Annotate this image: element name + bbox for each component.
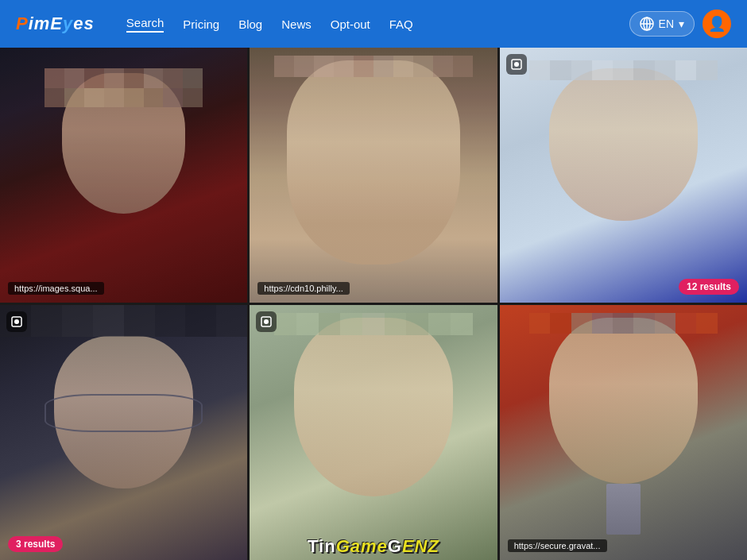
- result-item-6[interactable]: https://secure.gravat...: [500, 305, 747, 560]
- results-badge-4: 3 results: [8, 536, 63, 552]
- nav-optout[interactable]: Opt-out: [331, 17, 370, 31]
- nav-blog[interactable]: Blog: [238, 17, 262, 31]
- result-image-2: [250, 48, 497, 303]
- search-results-grid: https://images.squa... https://cdn10.phi…: [0, 48, 747, 560]
- result-item-5[interactable]: TinGameGENZ: [250, 305, 497, 560]
- result-url-6: https://secure.gravat...: [508, 539, 607, 552]
- language-button[interactable]: EN ▾: [629, 11, 695, 37]
- lang-label: EN: [659, 17, 674, 30]
- watermark-text: TinGameGENZ: [308, 536, 439, 557]
- svg-point-5: [514, 62, 519, 67]
- corner-icon-5: [256, 311, 277, 332]
- site-header: PimEyes Search Pricing Blog News Opt-out…: [0, 0, 747, 48]
- result-item-2[interactable]: https://cdn10.philly...: [250, 48, 497, 303]
- svg-point-9: [264, 319, 269, 324]
- nav-search[interactable]: Search: [126, 16, 164, 33]
- result-image-1: [0, 48, 247, 303]
- result-item-4[interactable]: 3 results: [0, 305, 247, 560]
- user-icon: 👤: [708, 15, 726, 33]
- nav-news[interactable]: News: [281, 17, 312, 31]
- nav-faq[interactable]: FAQ: [389, 17, 413, 31]
- user-account-button[interactable]: 👤: [702, 10, 731, 38]
- globe-icon: [640, 17, 654, 31]
- main-nav: Search Pricing Blog News Opt-out FAQ: [126, 16, 629, 33]
- header-right: EN ▾ 👤: [629, 10, 731, 38]
- result-image-4: [0, 305, 247, 560]
- result-image-3: [500, 48, 747, 303]
- result-url-2: https://cdn10.philly...: [257, 282, 349, 295]
- result-item-1[interactable]: https://images.squa...: [0, 48, 247, 303]
- results-badge-3: 12 results: [679, 279, 739, 295]
- result-item-3[interactable]: 12 results: [500, 48, 747, 303]
- result-image-5: [250, 305, 497, 560]
- corner-icon-3: [506, 54, 527, 75]
- svg-point-7: [14, 319, 19, 324]
- result-image-6: [500, 305, 747, 560]
- site-logo[interactable]: PimEyes: [16, 14, 95, 34]
- chevron-down-icon: ▾: [679, 17, 684, 30]
- corner-icon-4: [6, 311, 27, 332]
- result-url-1: https://images.squa...: [8, 282, 104, 295]
- nav-pricing[interactable]: Pricing: [183, 17, 219, 31]
